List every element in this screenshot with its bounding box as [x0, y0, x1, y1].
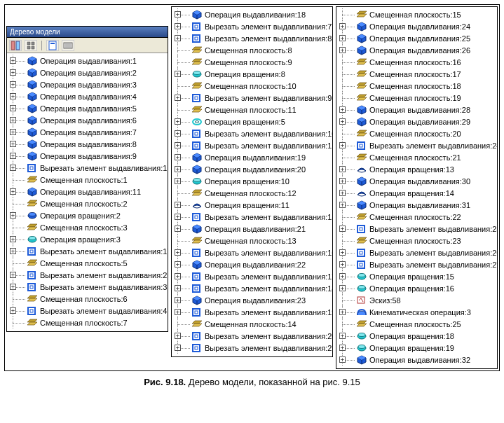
- tree-item[interactable]: +Вырезать элемент выдавливания:3: [8, 281, 166, 293]
- expander-icon[interactable]: +: [10, 129, 16, 135]
- tree-item[interactable]: +Операция выдавливания:6: [8, 114, 166, 126]
- expander-icon[interactable]: +: [339, 202, 346, 208]
- tree-item[interactable]: +Операция вращения:15: [338, 270, 496, 282]
- tree-item[interactable]: +Вырезать элемент выдавливания:7: [173, 20, 331, 32]
- tree-item[interactable]: +Операция выдавливания:5: [8, 102, 166, 114]
- tree-item[interactable]: +Кинематическая операция:3: [338, 306, 496, 318]
- expander-icon[interactable]: +: [339, 356, 346, 363]
- expander-icon[interactable]: +: [339, 345, 346, 351]
- expander-icon[interactable]: +: [10, 141, 16, 147]
- expander-icon[interactable]: +: [175, 309, 181, 315]
- tree-item[interactable]: +Операция выдавливания:20: [173, 163, 331, 175]
- expander-icon[interactable]: +: [10, 236, 16, 242]
- tree-item[interactable]: +Вырезать элемент выдавливания:9: [173, 92, 331, 104]
- expander-icon[interactable]: +: [10, 188, 16, 195]
- expander-icon[interactable]: +: [175, 154, 181, 160]
- tree-item[interactable]: Эскиз:58: [338, 294, 496, 306]
- expander-icon[interactable]: +: [339, 166, 346, 172]
- tree-item[interactable]: +Вырезать элемент выдавливания:24: [338, 139, 496, 151]
- tree-item[interactable]: +Операция выдавливания:24: [338, 20, 496, 32]
- tree-item[interactable]: Смещенная плоскость:2: [8, 197, 166, 209]
- tree-item[interactable]: +Операция выдавливания:25: [338, 32, 496, 44]
- tree-item[interactable]: +Операция выдавливания:31: [338, 199, 496, 211]
- expander-icon[interactable]: +: [10, 212, 16, 219]
- expander-icon[interactable]: +: [10, 272, 16, 278]
- tree-item[interactable]: +Операция выдавливания:8: [8, 138, 166, 150]
- tree-item[interactable]: Смещенная плоскость:15: [338, 8, 496, 20]
- expander-icon[interactable]: +: [10, 307, 16, 314]
- tree-item[interactable]: +Операция вращения:19: [338, 342, 496, 354]
- tree-item[interactable]: +Операция выдавливания:11: [8, 186, 166, 197]
- expander-icon[interactable]: +: [339, 333, 346, 339]
- expander-icon[interactable]: +: [175, 285, 181, 291]
- expander-icon[interactable]: +: [10, 248, 16, 254]
- tree-item[interactable]: +Операция вращения:13: [338, 163, 496, 175]
- tree-item[interactable]: Смещенная плоскость:21: [338, 151, 496, 163]
- tree-item[interactable]: +Операция выдавливания:19: [173, 151, 331, 163]
- tree-item[interactable]: Смещенная плоскость:11: [173, 104, 331, 116]
- expander-icon[interactable]: +: [339, 249, 346, 256]
- panel-title[interactable]: Дерево модели: [7, 27, 168, 38]
- tree-item[interactable]: +Операция выдавливания:22: [173, 258, 331, 270]
- expander-icon[interactable]: +: [10, 284, 16, 290]
- tree-item[interactable]: +Вырезать элемент выдавливания:2: [8, 269, 166, 281]
- expander-icon[interactable]: +: [175, 273, 181, 279]
- tree-item[interactable]: +Операция вращения:18: [338, 330, 496, 342]
- tree-item[interactable]: +Вырезать элемент выдавливания:10: [173, 127, 331, 139]
- tree-item[interactable]: +Вырезать элемент выдавливания:15: [173, 211, 331, 223]
- expander-icon[interactable]: +: [339, 273, 346, 279]
- expander-icon[interactable]: +: [175, 261, 181, 268]
- tree-item[interactable]: +Вырезать элемент выдавливания:16: [173, 247, 331, 258]
- expander-icon[interactable]: +: [175, 23, 181, 29]
- tree-item[interactable]: Смещенная плоскость:19: [338, 92, 496, 104]
- expander-icon[interactable]: +: [339, 226, 346, 232]
- tree-item[interactable]: +Вырезать элемент выдавливания:8: [173, 32, 331, 44]
- tree-item[interactable]: Смещенная плоскость:13: [173, 235, 331, 247]
- tree-item[interactable]: Смещенная плоскость:5: [8, 257, 166, 269]
- expander-icon[interactable]: +: [10, 93, 16, 99]
- tree-item[interactable]: +Операция вращения:11: [173, 199, 331, 211]
- tree-item[interactable]: +Операция выдавливания:26: [338, 44, 496, 56]
- tree-item[interactable]: +Вырезать элемент выдавливания:20: [173, 330, 331, 342]
- expander-icon[interactable]: +: [175, 333, 181, 339]
- tree-item[interactable]: +Операция выдавливания:21: [173, 223, 331, 235]
- tree-item[interactable]: Смещенная плоскость:10: [173, 80, 331, 92]
- tree-item[interactable]: Смещенная плоскость:9: [173, 56, 331, 68]
- tree-item[interactable]: +Вырезать элемент выдавливания:1: [8, 162, 166, 174]
- expander-icon[interactable]: +: [10, 165, 16, 171]
- tree-item[interactable]: +Операция выдавливания:29: [338, 116, 496, 127]
- tree-item[interactable]: Смещенная плоскость:20: [338, 127, 496, 139]
- expander-icon[interactable]: +: [175, 71, 181, 77]
- tree-item[interactable]: +Операция вращения:2: [8, 209, 166, 221]
- expander-icon[interactable]: +: [175, 202, 181, 208]
- tree-item[interactable]: +Операция вращения:14: [338, 187, 496, 199]
- expander-icon[interactable]: +: [10, 69, 16, 76]
- expander-icon[interactable]: +: [339, 47, 346, 53]
- tree-item[interactable]: +Вырезать элемент выдавливания:18: [173, 282, 331, 294]
- expander-icon[interactable]: +: [175, 118, 181, 125]
- expander-icon[interactable]: +: [175, 11, 181, 18]
- tree-item[interactable]: +Операция выдавливания:4: [8, 90, 166, 102]
- expander-icon[interactable]: +: [175, 130, 181, 137]
- expander-icon[interactable]: +: [175, 214, 181, 220]
- tree-item[interactable]: Смещенная плоскость:12: [173, 187, 331, 199]
- expander-icon[interactable]: +: [175, 297, 181, 303]
- tree-item[interactable]: +Операция выдавливания:18: [173, 8, 331, 20]
- tree-item[interactable]: Смещенная плоскость:22: [338, 211, 496, 223]
- tree-item[interactable]: Смещенная плоскость:7: [8, 317, 166, 328]
- tree-item[interactable]: Смещенная плоскость:16: [338, 56, 496, 68]
- tree-item[interactable]: Смещенная плоскость:23: [338, 235, 496, 247]
- tree-item[interactable]: +Операция выдавливания:3: [8, 78, 166, 90]
- expander-icon[interactable]: +: [10, 105, 16, 111]
- expander-icon[interactable]: +: [175, 226, 181, 232]
- toolbar-btn-1[interactable]: [9, 40, 22, 51]
- expander-icon[interactable]: +: [339, 142, 346, 148]
- expander-icon[interactable]: +: [339, 285, 346, 291]
- expander-icon[interactable]: +: [339, 35, 346, 41]
- tree-item[interactable]: +Вырезать элемент выдавливания:4: [8, 305, 166, 317]
- expander-icon[interactable]: +: [175, 345, 181, 351]
- tree-item[interactable]: Смещенная плоскость:17: [338, 68, 496, 80]
- expander-icon[interactable]: +: [10, 81, 16, 88]
- tree-item[interactable]: +Операция выдавливания:30: [338, 175, 496, 187]
- tree-item[interactable]: +Операция вращения:5: [173, 116, 331, 127]
